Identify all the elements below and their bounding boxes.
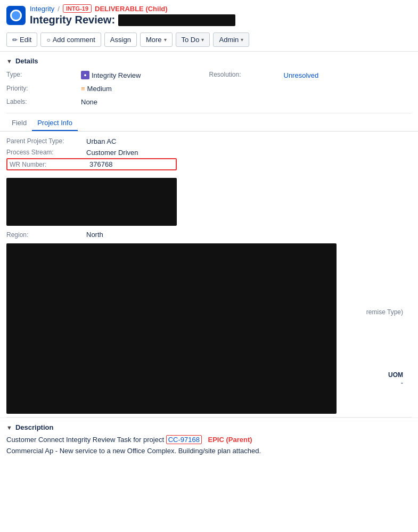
wr-number-value: 376768 [89,160,112,168]
redacted-block-small [6,178,177,226]
empty-label-1 [209,83,284,94]
uom-value: - [388,379,403,387]
epic-label: EPIC (Parent) [208,436,252,444]
labels-label: Labels: [6,96,81,108]
breadcrumb: Integrity / INTG-19 DELIVERABLE (Child) [30,4,235,13]
admin-label: Admin [219,36,239,44]
more-button[interactable]: More ▾ [140,32,173,47]
redacted-block-wide [6,243,337,414]
toolbar: ✏ Edit ○ Add comment Assign More ▾ To Do… [0,28,418,52]
status-button[interactable]: To Do ▾ [176,32,210,47]
type-icon: ● [81,71,89,79]
details-chevron-icon: ▼ [6,58,12,64]
admin-button[interactable]: Admin ▾ [213,32,249,47]
process-stream-row: Process Stream: Customer Driven [6,147,412,158]
cc-link[interactable]: CC-97168 [166,435,202,444]
parent-project-type-label: Parent Project Type: [6,137,86,145]
wide-section: remise Type) UOM - [0,240,418,417]
labels-value: None [81,96,209,108]
details-grid: Type: ● Integrity Review Resolution: Unr… [6,69,412,108]
description-line-1: Customer Connect Integrity Review Task f… [6,435,412,446]
description-header[interactable]: ▼ Description [6,423,412,431]
status-label: To Do [182,36,200,44]
breadcrumb-area: Integrity / INTG-19 DELIVERABLE (Child) … [30,4,235,26]
more-label: More [146,36,162,44]
description-text-before: Customer Connect Integrity Review Task f… [6,436,164,444]
comment-icon: ○ [46,36,50,44]
priority-value: ≡ Medium [81,83,209,94]
page-title: Integrity Review: [30,14,115,26]
admin-caret-icon: ▾ [241,37,243,43]
type-value: ● Integrity Review [81,69,209,81]
assign-button[interactable]: Assign [104,32,137,47]
parent-project-type-row: Parent Project Type: Urban AC [6,136,412,147]
uom-area: UOM - [380,369,412,389]
add-comment-label: Add comment [53,36,95,44]
breadcrumb-separator: / [58,5,60,13]
tab-bar: Field Project Info [0,116,418,132]
wide-left [0,240,343,417]
details-label: Details [15,57,38,65]
status-caret-icon: ▾ [201,37,204,43]
region-value: North [86,231,103,239]
assign-label: Assign [110,36,131,44]
app-logo[interactable] [6,6,26,25]
uom-label: UOM [388,371,403,379]
priority-label: Priority: [6,83,81,94]
premise-type-label: remise Type) [366,308,412,316]
add-comment-button[interactable]: ○ Add comment [40,32,101,47]
region-row: Region: North [0,229,418,240]
edit-button[interactable]: ✏ Edit [6,32,37,47]
more-caret-icon: ▾ [164,37,167,43]
project-link[interactable]: Integrity [30,5,54,13]
description-chevron-icon: ▼ [6,424,12,431]
divider-1 [6,113,412,113]
wr-number-label: WR Number: [10,161,89,168]
page-header: Integrity / INTG-19 DELIVERABLE (Child) … [0,0,418,28]
region-label: Region: [6,231,86,239]
resolution-value: Unresolved [284,69,412,81]
edit-icon: ✏ [12,36,18,44]
wide-right: remise Type) UOM - [343,240,418,417]
type-label: Type: [6,69,81,81]
project-info-section: Parent Project Type: Urban AC Process St… [0,132,418,175]
process-stream-label: Process Stream: [6,149,86,157]
title-redacted-block [118,14,235,26]
description-section: ▼ Description Customer Connect Integrity… [0,418,418,462]
tab-project-info[interactable]: Project Info [32,116,78,131]
priority-icon: ≡ [81,85,85,93]
parent-project-type-value: Urban AC [86,137,116,145]
description-label: Description [15,423,54,431]
edit-label: Edit [20,36,31,44]
wr-number-row: WR Number: 376768 [6,158,177,170]
details-section-header[interactable]: ▼ Details [6,57,412,65]
process-stream-value: Customer Driven [86,149,138,157]
empty-value-1 [284,83,412,94]
tab-field[interactable]: Field [6,116,32,131]
resolution-label: Resolution: [209,69,284,81]
details-section: ▼ Details Type: ● Integrity Review Resol… [0,52,418,113]
deliverable-label: DELIVERABLE (Child) [95,5,168,13]
page-title-row: Integrity Review: [30,14,235,26]
issue-id-badge[interactable]: INTG-19 [63,4,92,13]
description-line-2: Commercial Ap - New service to a new Off… [6,446,412,457]
